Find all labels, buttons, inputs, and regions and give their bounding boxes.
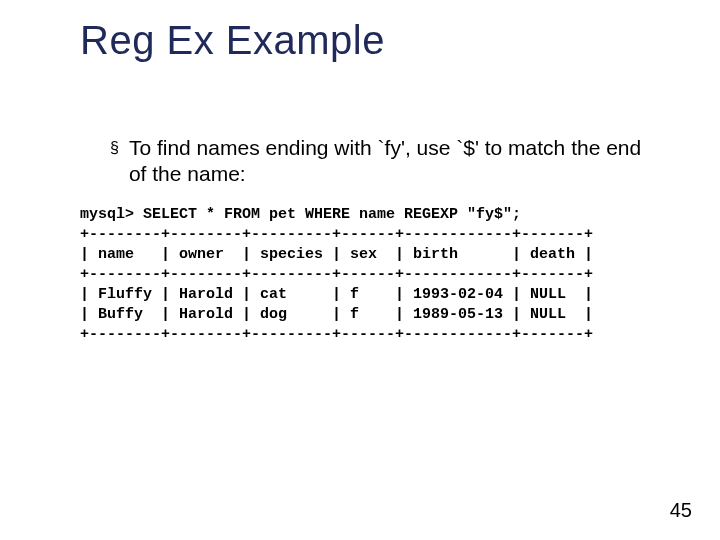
bullet-item: § To find names ending with `fy', use `$…	[110, 135, 660, 187]
code-block: mysql> SELECT * FROM pet WHERE name REGE…	[80, 205, 680, 345]
page-number: 45	[670, 499, 692, 522]
bullet-marker-icon: §	[110, 135, 119, 161]
slide: Reg Ex Example § To find names ending wi…	[0, 0, 720, 540]
slide-title: Reg Ex Example	[80, 18, 385, 63]
bullet-text: To find names ending with `fy', use `$' …	[129, 135, 660, 187]
